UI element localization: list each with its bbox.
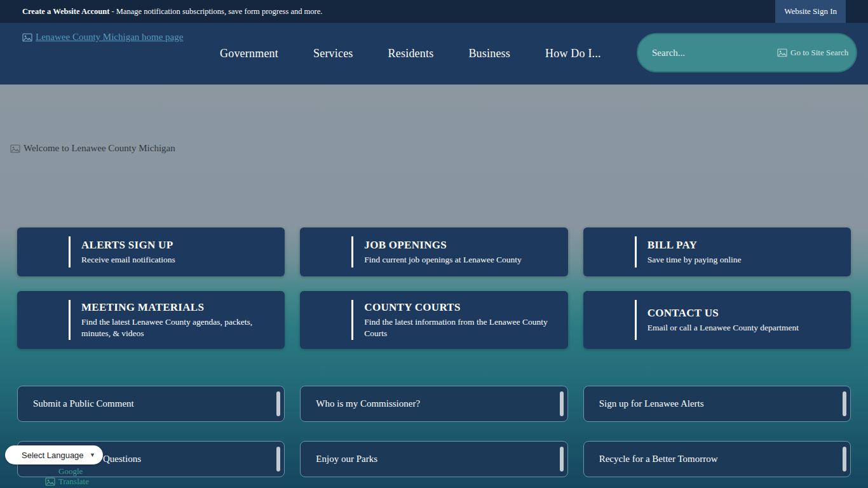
account-promo-text: Create a Website Account - Manage notifi… <box>22 7 322 17</box>
broken-image-icon <box>10 144 20 153</box>
nav-government[interactable]: Government <box>220 47 278 60</box>
quick-link-recycle[interactable]: Recycle for a Better Tomorrow <box>583 441 851 477</box>
card-title: MEETING MATERIALS <box>81 301 272 314</box>
broken-image-icon <box>45 477 55 486</box>
card-meeting-materials[interactable]: MEETING MATERIALS Find the latest Lenawe… <box>17 291 285 349</box>
card-subtitle: Find the latest information from the Len… <box>364 316 555 339</box>
quick-link-alerts[interactable]: Sign up for Lenawee Alerts <box>583 386 851 422</box>
hero-image-placeholder: Welcome to Lenawee County Michigan <box>10 143 175 154</box>
google-translate-attribution[interactable]: Google Translate Translate <box>45 466 89 488</box>
website-sign-in-button[interactable]: Website Sign In <box>775 0 846 23</box>
decorative-bar <box>843 447 846 471</box>
main-nav: Government Services Residents Business H… <box>220 23 601 85</box>
quick-link-label: Submit a Public Comment <box>33 398 134 409</box>
nav-business[interactable]: Business <box>468 47 510 60</box>
nav-services[interactable]: Services <box>313 47 353 60</box>
quick-link-label: Sign up for Lenawee Alerts <box>599 398 704 409</box>
feature-cards: ALERTS SIGN UP Receive email notificatio… <box>17 227 851 349</box>
card-title: COUNTY COURTS <box>364 301 555 314</box>
decorative-bar <box>843 391 846 416</box>
site-header: Lenawee County Michigan home page Govern… <box>0 23 868 85</box>
quick-links: Submit a Public Comment Who is my Commis… <box>17 386 851 477</box>
decorative-bar <box>276 391 280 416</box>
language-select[interactable]: Select Language ▼ <box>5 445 103 464</box>
card-county-courts[interactable]: COUNTY COURTS Find the latest informatio… <box>300 291 567 349</box>
quick-link-label: Who is my Commissioner? <box>316 398 420 409</box>
card-title: CONTACT US <box>648 307 799 320</box>
decorative-bar <box>560 391 564 416</box>
hero-image-alt-text: Welcome to Lenawee County Michigan <box>24 143 175 154</box>
card-title: ALERTS SIGN UP <box>81 239 175 252</box>
decorative-bar <box>560 447 564 471</box>
card-subtitle: Find the latest Lenawee County agendas, … <box>81 316 272 339</box>
quick-link-parks[interactable]: Enjoy our Parks <box>300 441 567 477</box>
card-title: JOB OPENINGS <box>364 239 521 252</box>
broken-image-icon <box>777 48 787 57</box>
account-promo-rest: - Manage notification subscriptions, sav… <box>109 7 322 16</box>
search-input[interactable] <box>652 48 760 58</box>
google-translate-alt-text: Google Translate Translate <box>58 466 89 488</box>
search-button[interactable]: Go to Site Search <box>777 48 848 58</box>
card-subtitle: Email or call a Lenawee County departmen… <box>648 322 799 334</box>
card-bill-pay[interactable]: BILL PAY Save time by paying online <box>583 227 851 276</box>
topbar: Create a Website Account - Manage notifi… <box>0 0 868 23</box>
card-subtitle: Save time by paying online <box>648 254 742 266</box>
quick-link-commissioner[interactable]: Who is my Commissioner? <box>300 386 567 422</box>
chevron-down-icon: ▼ <box>90 452 95 458</box>
card-subtitle: Receive email notifications <box>81 254 175 266</box>
page: Create a Website Account - Manage notifi… <box>0 0 868 488</box>
quick-link-public-comment[interactable]: Submit a Public Comment <box>17 386 285 422</box>
card-title: BILL PAY <box>648 239 742 252</box>
quick-link-label: Recycle for a Better Tomorrow <box>599 454 718 464</box>
card-contact-us[interactable]: CONTACT US Email or call a Lenawee Count… <box>583 291 851 349</box>
decorative-bar <box>276 447 280 471</box>
card-subtitle: Find current job openings at Lenawee Cou… <box>364 254 521 266</box>
nav-how-do-i[interactable]: How Do I... <box>545 47 601 60</box>
search-box: Go to Site Search <box>637 33 857 72</box>
broken-image-icon <box>22 33 32 42</box>
nav-residents[interactable]: Residents <box>388 47 434 60</box>
quick-link-label: Enjoy our Parks <box>316 454 377 464</box>
site-logo-alt-text: Lenawee County Michigan home page <box>36 32 183 43</box>
card-alerts-sign-up[interactable]: ALERTS SIGN UP Receive email notificatio… <box>17 227 285 276</box>
site-logo-link[interactable]: Lenawee County Michigan home page <box>22 32 183 43</box>
account-promo-bold: Create a Website Account <box>22 7 109 16</box>
language-select-label: Select Language <box>22 451 84 460</box>
search-button-alt-text: Go to Site Search <box>790 48 848 58</box>
card-job-openings[interactable]: JOB OPENINGS Find current job openings a… <box>300 227 567 276</box>
